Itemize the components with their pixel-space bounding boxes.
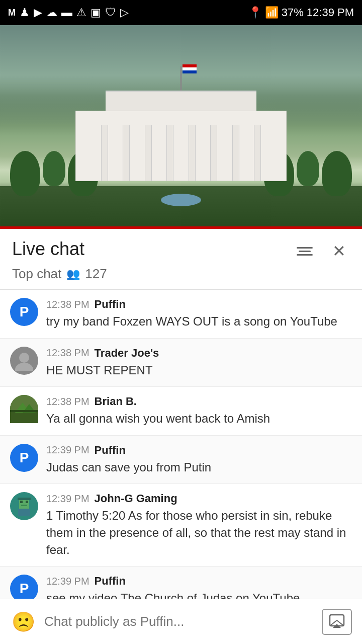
message-text: HE MUST REPENT <box>46 362 352 379</box>
time-display: 12:39 PM <box>307 6 354 19</box>
message-time: 12:38 PM <box>46 396 89 408</box>
column-7 <box>232 125 239 181</box>
list-item: 12:38 PM Trader Joe's HE MUST REPENT <box>0 339 362 387</box>
avatar: P <box>10 444 38 472</box>
message-meta: 12:38 PM Puffin <box>46 298 352 311</box>
chat-header-icons: ✕ <box>294 240 350 262</box>
tree-2 <box>43 151 65 186</box>
icon-m: M <box>8 8 16 18</box>
icon-play: ▷ <box>120 6 129 19</box>
message-author: John-G Gaming <box>95 492 177 505</box>
emoji-icon: 🙁 <box>12 611 35 633</box>
white-house-building <box>75 91 287 181</box>
wifi-icon: 📶 <box>265 6 279 19</box>
icon-youtube: ▶ <box>34 6 42 19</box>
icon-shield: 🛡 <box>105 6 116 19</box>
send-icon <box>328 613 346 631</box>
message-author: Brian B. <box>95 395 137 408</box>
message-text: Judas can save you from Putin <box>46 459 352 476</box>
tree-1 <box>10 151 40 196</box>
status-icons-right: 📍 📶 37% 12:39 PM <box>248 6 354 19</box>
message-content: 12:38 PM Trader Joe's HE MUST REPENT <box>46 347 352 379</box>
close-icon: ✕ <box>332 243 346 259</box>
status-bar: M ♟ ▶ ☁ ▬ ⚠ ▣ 🛡 ▷ 📍 📶 37% 12:39 PM <box>0 0 362 25</box>
icon-cloud: ☁ <box>46 6 57 19</box>
message-time: 12:39 PM <box>46 576 89 587</box>
close-button[interactable]: ✕ <box>328 240 350 262</box>
top-chat-label: Top chat <box>12 266 61 282</box>
filter-line-3 <box>297 254 313 256</box>
message-meta: 12:39 PM Puffin <box>46 575 352 588</box>
building-main <box>75 111 287 181</box>
list-item: 12:39 PM John-G Gaming 1 Timothy 5:20 As… <box>0 484 362 567</box>
video-player[interactable] <box>0 25 362 226</box>
message-meta: 12:39 PM Puffin <box>46 444 352 457</box>
svg-point-0 <box>19 353 29 363</box>
column-6 <box>210 125 217 181</box>
svg-rect-9 <box>20 501 23 503</box>
message-meta: 12:38 PM Trader Joe's <box>46 347 352 360</box>
flag <box>183 64 197 73</box>
message-content: 12:39 PM Puffin Judas can save you from … <box>46 444 352 476</box>
column-2 <box>123 125 130 181</box>
building-roof <box>106 91 256 112</box>
svg-point-1 <box>15 363 33 371</box>
message-author: Puffin <box>95 444 126 457</box>
icon-chess: ♟ <box>20 6 30 19</box>
viewers-icon: 👥 <box>66 268 80 281</box>
message-meta: 12:38 PM Brian B. <box>46 395 352 408</box>
list-item: P 12:39 PM Puffin Judas can save you fro… <box>0 436 362 485</box>
message-author: Puffin <box>95 575 126 588</box>
avatar <box>10 492 38 520</box>
building-columns <box>86 115 276 181</box>
chat-messages-list: P 12:38 PM Puffin try my band Foxzen WAY… <box>0 290 362 644</box>
fountain <box>161 194 201 206</box>
gaming-avatar-svg <box>13 495 36 518</box>
filter-icon <box>297 247 313 256</box>
column-1 <box>101 125 108 181</box>
column-8 <box>254 125 261 181</box>
svg-rect-13 <box>18 498 31 500</box>
message-time: 12:38 PM <box>46 347 89 359</box>
battery-text: 37% <box>282 6 304 19</box>
list-item: P 12:38 PM Puffin try my band Foxzen WAY… <box>0 290 362 339</box>
message-author: Trader Joe's <box>95 347 159 360</box>
icon-warning: ⚠ <box>76 6 86 19</box>
landscape-avatar-svg <box>10 395 38 423</box>
svg-rect-10 <box>26 501 28 503</box>
icon-folder: ▬ <box>61 6 72 19</box>
message-content: 12:38 PM Brian B. Ya all gonna wish you … <box>46 395 352 427</box>
avatar <box>10 395 38 423</box>
chat-title: Live chat <box>12 238 84 260</box>
filter-line-1 <box>297 247 313 249</box>
message-time: 12:39 PM <box>46 444 89 456</box>
chat-subtitle: Top chat 👥 127 <box>12 262 350 289</box>
svg-rect-6 <box>10 410 38 412</box>
svg-rect-12 <box>18 509 30 516</box>
message-meta: 12:39 PM John-G Gaming <box>46 492 352 505</box>
chat-header-top: Live chat ✕ <box>12 238 350 262</box>
column-4 <box>166 125 173 181</box>
chat-input-bar: 🙁 <box>0 599 362 644</box>
person-avatar-svg <box>14 351 34 371</box>
message-content: 12:39 PM John-G Gaming 1 Timothy 5:20 As… <box>46 492 352 558</box>
viewer-count: 127 <box>85 266 107 282</box>
message-text: 1 Timothy 5:20 As for those who persist … <box>46 507 352 558</box>
list-item: 12:38 PM Brian B. Ya all gonna wish you … <box>0 387 362 436</box>
avatar <box>10 347 38 375</box>
column-3 <box>145 125 152 181</box>
status-icons-left: M ♟ ▶ ☁ ▬ ⚠ ▣ 🛡 ▷ <box>8 6 129 19</box>
chat-input-field[interactable] <box>44 609 314 635</box>
tree-6 <box>322 151 352 196</box>
avatar: P <box>10 298 38 326</box>
location-icon: 📍 <box>248 6 262 19</box>
message-time: 12:39 PM <box>46 493 89 505</box>
svg-rect-11 <box>21 505 27 506</box>
column-5 <box>189 125 196 181</box>
flag-pole <box>180 66 182 92</box>
filter-line-2 <box>299 251 311 252</box>
filter-button[interactable] <box>294 240 316 262</box>
message-author: Puffin <box>95 298 126 311</box>
send-button[interactable] <box>322 609 352 635</box>
emoji-button[interactable]: 🙁 <box>10 609 36 635</box>
